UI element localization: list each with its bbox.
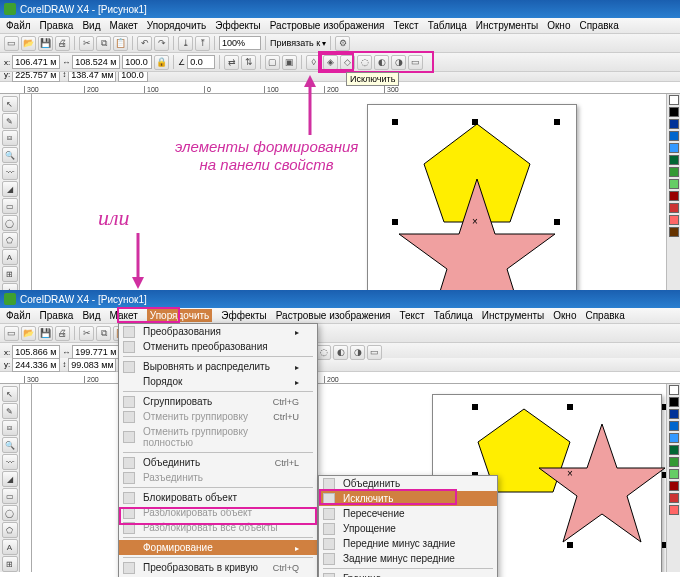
menu-arrange[interactable]: Упорядочить (147, 20, 207, 31)
swatch[interactable] (669, 95, 679, 105)
swatch[interactable] (669, 409, 679, 419)
selection-handle[interactable] (662, 472, 666, 478)
menu-effects[interactable]: Эффекты (221, 310, 266, 321)
zoom-field[interactable] (219, 36, 261, 50)
simplify-icon[interactable]: ◌ (357, 55, 372, 70)
intersect-icon[interactable]: ◇ (340, 55, 355, 70)
scale-x[interactable] (122, 55, 152, 69)
rectangle-tool-icon[interactable]: ▭ (2, 198, 18, 214)
swatch[interactable] (669, 385, 679, 395)
menu-edit[interactable]: Правка (40, 310, 74, 321)
swatch[interactable] (669, 215, 679, 225)
shape-tool-icon[interactable]: ✎ (2, 403, 18, 419)
swatch[interactable] (669, 445, 679, 455)
swatch[interactable] (669, 143, 679, 153)
menu-edit[interactable]: Правка (40, 20, 74, 31)
swatch[interactable] (669, 119, 679, 129)
menu-item-to-curves[interactable]: Преобразовать в кривуюCtrl+Q (119, 560, 317, 575)
swatch[interactable] (669, 469, 679, 479)
swatch[interactable] (669, 203, 679, 213)
selection-handle[interactable] (554, 119, 560, 125)
swatch[interactable] (669, 433, 679, 443)
menu-tools[interactable]: Инструменты (476, 20, 538, 31)
selection-handle[interactable] (567, 542, 573, 548)
menu-item-shaping[interactable]: Формирование (119, 540, 317, 555)
open-icon[interactable]: 📂 (21, 36, 36, 51)
rectangle-tool-icon[interactable]: ▭ (2, 488, 18, 504)
swatch[interactable] (669, 167, 679, 177)
weld-icon[interactable]: ◊ (306, 55, 321, 70)
freehand-tool-icon[interactable]: 〰 (2, 454, 18, 470)
selection-handle[interactable] (567, 404, 573, 410)
swatch[interactable] (669, 421, 679, 431)
selection-handle[interactable] (392, 219, 398, 225)
selection-handle[interactable] (472, 119, 478, 125)
star-shape[interactable] (537, 424, 666, 544)
ellipse-tool-icon[interactable]: ◯ (2, 505, 18, 521)
save-icon[interactable]: 💾 (38, 36, 53, 51)
menu-item-transformations[interactable]: Преобразования (119, 324, 317, 339)
menubar-top[interactable]: Файл Правка Вид Макет Упорядочить Эффект… (0, 18, 680, 34)
swatch[interactable] (669, 397, 679, 407)
selection-handle[interactable] (472, 404, 478, 410)
menu-table[interactable]: Таблица (428, 20, 467, 31)
selection-handle[interactable] (662, 404, 666, 410)
color-palette-top[interactable] (666, 94, 680, 302)
menu-help[interactable]: Справка (585, 310, 624, 321)
menu-bitmaps[interactable]: Растровые изображения (276, 310, 391, 321)
print-icon[interactable]: 🖨 (55, 36, 70, 51)
menu-text[interactable]: Текст (399, 310, 424, 321)
star-shape[interactable] (397, 179, 557, 302)
menu-bitmaps[interactable]: Растровые изображения (270, 20, 385, 31)
menu-item-order[interactable]: Порядок (119, 374, 317, 389)
simplify-icon[interactable]: ◌ (316, 345, 331, 360)
freehand-tool-icon[interactable]: 〰 (2, 164, 18, 180)
mirror-v-icon[interactable]: ⇅ (241, 55, 256, 70)
pick-tool-icon[interactable]: ↖ (2, 96, 18, 112)
menu-item-group[interactable]: СгруппироватьCtrl+G (119, 394, 317, 409)
shape-tool-icon[interactable]: ✎ (2, 113, 18, 129)
submenu-intersect[interactable]: Пересечение (319, 506, 497, 521)
menu-item-combine[interactable]: ОбъединитьCtrl+L (119, 455, 317, 470)
smartfill-tool-icon[interactable]: ◢ (2, 181, 18, 197)
back-minus-front-icon[interactable]: ◑ (391, 55, 406, 70)
boundary-icon[interactable]: ▭ (408, 55, 423, 70)
submenu-front-minus-back[interactable]: Передние минус задние (319, 536, 497, 551)
submenu-trim[interactable]: Исключить (319, 491, 497, 506)
swatch[interactable] (669, 457, 679, 467)
text-tool-icon[interactable]: A (2, 249, 18, 265)
submenu-back-minus-front[interactable]: Задние минус передние (319, 551, 497, 566)
menu-effects[interactable]: Эффекты (215, 20, 260, 31)
menubar-bottom[interactable]: Файл Правка Вид Макет Упорядочить Эффект… (0, 308, 680, 324)
paste-icon[interactable]: 📋 (113, 36, 128, 51)
swatch[interactable] (669, 493, 679, 503)
new-icon[interactable]: ▭ (4, 326, 19, 341)
size-h[interactable] (68, 358, 116, 372)
import-icon[interactable]: ⤓ (178, 36, 193, 51)
menu-help[interactable]: Справка (579, 20, 618, 31)
swatch[interactable] (669, 481, 679, 491)
menu-view[interactable]: Вид (82, 20, 100, 31)
polygon-tool-icon[interactable]: ⬠ (2, 522, 18, 538)
back-icon[interactable]: ▣ (282, 55, 297, 70)
zoom-tool-icon[interactable]: 🔍 (2, 437, 18, 453)
print-icon[interactable]: 🖨 (55, 326, 70, 341)
swatch[interactable] (669, 131, 679, 141)
submenu-boundary[interactable]: Граница (319, 571, 497, 577)
menu-layout[interactable]: Макет (109, 20, 137, 31)
smartfill-tool-icon[interactable]: ◢ (2, 471, 18, 487)
crop-tool-icon[interactable]: ⧈ (2, 130, 18, 146)
front-icon[interactable]: ▢ (265, 55, 280, 70)
menu-item-clear-transform[interactable]: Отменить преобразования (119, 339, 317, 354)
copy-icon[interactable]: ⧉ (96, 36, 111, 51)
selection-handle[interactable] (554, 219, 560, 225)
menu-arrange[interactable]: Упорядочить (147, 309, 213, 322)
export-icon[interactable]: ⤒ (195, 36, 210, 51)
cut-icon[interactable]: ✂ (79, 326, 94, 341)
shaping-submenu[interactable]: Объединить Исключить Пересечение Упрощен… (318, 475, 498, 577)
pos-x[interactable] (12, 55, 60, 69)
arrange-menu[interactable]: Преобразования Отменить преобразования В… (118, 323, 318, 577)
trim-icon[interactable]: ◈ (323, 55, 338, 70)
swatch[interactable] (669, 155, 679, 165)
open-icon[interactable]: 📂 (21, 326, 36, 341)
